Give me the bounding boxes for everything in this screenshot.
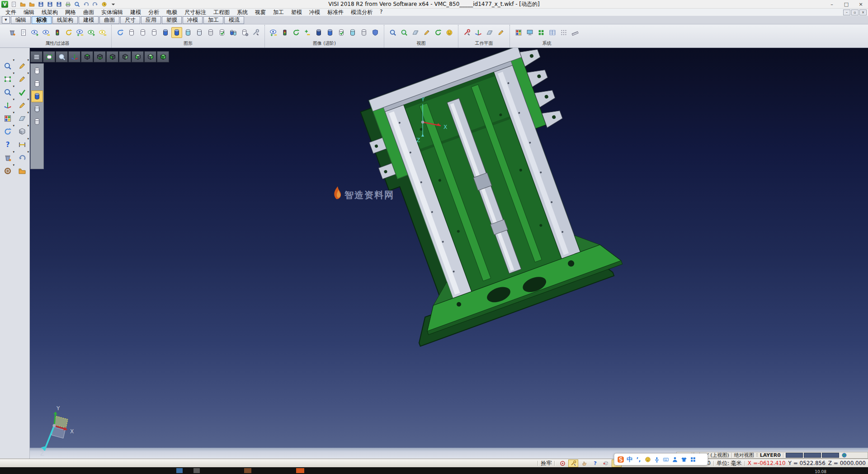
show-all-icon[interactable] bbox=[86, 27, 97, 38]
menu-item[interactable]: ? bbox=[376, 9, 386, 16]
lock-label[interactable]: 拴牢 bbox=[541, 460, 552, 467]
hidden-line-icon[interactable] bbox=[137, 27, 148, 38]
color-swatch-3[interactable] bbox=[822, 453, 839, 458]
blank-view-icon[interactable] bbox=[601, 460, 611, 467]
advanced-lights-icon[interactable] bbox=[279, 27, 290, 38]
ime-mode-zh[interactable]: 中 bbox=[626, 455, 633, 465]
toolbar-tab[interactable]: 线架构 bbox=[52, 16, 78, 24]
zoom-dynamic-icon[interactable] bbox=[1, 86, 14, 98]
history-icon[interactable] bbox=[100, 0, 108, 8]
help-icon[interactable] bbox=[1, 138, 14, 151]
toolbar-tab[interactable]: 标准 bbox=[32, 16, 52, 24]
quickbar-more-icon[interactable] bbox=[109, 0, 118, 8]
mdi-minimize-button[interactable]: – bbox=[843, 9, 850, 15]
system-grid-icon[interactable] bbox=[558, 27, 569, 38]
mdi-close-button[interactable]: × bbox=[859, 9, 867, 15]
delete-icon[interactable] bbox=[1, 152, 14, 164]
ime-skin-icon[interactable] bbox=[671, 455, 679, 465]
zoom-window-icon[interactable] bbox=[56, 51, 68, 62]
viewport-canvas[interactable]: Y X Z 智造资料网 bbox=[30, 48, 868, 459]
zoom-select-icon[interactable] bbox=[1, 60, 14, 72]
taskbar-app-icon[interactable] bbox=[176, 468, 183, 473]
annotate-view-icon[interactable] bbox=[421, 27, 432, 38]
shade-wire-icon[interactable] bbox=[31, 65, 43, 77]
shade-flat-icon[interactable] bbox=[31, 103, 43, 115]
confirm-icon[interactable] bbox=[15, 86, 29, 98]
menu-item[interactable]: 实体编辑 bbox=[98, 9, 127, 16]
mixed-mode-icon[interactable] bbox=[205, 27, 216, 38]
close-button[interactable]: × bbox=[854, 0, 868, 9]
attr-browser-icon[interactable] bbox=[18, 27, 29, 38]
system-colors-icon[interactable] bbox=[513, 27, 524, 38]
toolbar-tab[interactable]: 应用 bbox=[141, 16, 161, 24]
save-all-icon[interactable] bbox=[55, 0, 63, 8]
layer-indicator[interactable]: LAYER0 bbox=[760, 452, 781, 458]
shade-mixed-icon[interactable] bbox=[31, 116, 43, 128]
menu-item[interactable]: 标准件 bbox=[324, 9, 347, 16]
preview-icon[interactable] bbox=[73, 0, 81, 8]
move-axes-icon[interactable] bbox=[1, 99, 14, 111]
render-quality-icon[interactable] bbox=[444, 27, 455, 38]
protect-icon[interactable] bbox=[370, 27, 381, 38]
render-shaded-icon[interactable] bbox=[325, 27, 335, 38]
workplane-plane-icon[interactable] bbox=[484, 27, 495, 38]
compare-shade-icon[interactable] bbox=[228, 27, 239, 38]
view-right-icon[interactable] bbox=[144, 51, 156, 62]
mdi-restore-button[interactable]: ▫ bbox=[851, 9, 859, 15]
filter-lights-icon[interactable] bbox=[52, 27, 63, 38]
menu-item[interactable]: 冲模 bbox=[306, 9, 324, 16]
sketch-icon[interactable] bbox=[15, 73, 29, 85]
shade-refresh-icon[interactable] bbox=[115, 27, 126, 38]
menu-item[interactable]: 网格 bbox=[61, 9, 80, 16]
view-plane-icon[interactable] bbox=[410, 27, 421, 38]
toolbar-tab[interactable]: 尺寸 bbox=[120, 16, 140, 24]
panes-icon[interactable] bbox=[15, 112, 29, 124]
navigate-icon[interactable] bbox=[1, 165, 14, 177]
menu-item[interactable]: 视窗 bbox=[251, 9, 269, 16]
shade-hidden-icon[interactable] bbox=[31, 78, 43, 90]
menu-item[interactable]: 模流分析 bbox=[347, 9, 376, 16]
menu-item[interactable]: 加工 bbox=[269, 9, 288, 16]
undo-icon[interactable] bbox=[82, 0, 90, 8]
view-left-icon[interactable] bbox=[132, 51, 144, 62]
shade-solid-icon[interactable] bbox=[31, 90, 43, 102]
config-icon[interactable] bbox=[579, 460, 589, 467]
toolbar-tab[interactable]: 模流 bbox=[224, 16, 244, 24]
menu-item[interactable]: 编辑 bbox=[20, 9, 38, 16]
view-iso-icon[interactable] bbox=[157, 51, 169, 62]
save-icon[interactable] bbox=[37, 0, 45, 8]
view-front-icon[interactable] bbox=[106, 51, 118, 62]
render-dark-icon[interactable] bbox=[313, 27, 324, 38]
analysis-mode-icon[interactable] bbox=[217, 27, 227, 38]
workplane-tools-icon[interactable] bbox=[462, 27, 472, 38]
advanced-refresh-icon[interactable] bbox=[291, 27, 302, 38]
regen-icon[interactable] bbox=[1, 125, 14, 137]
dynamic-view-icon[interactable] bbox=[68, 51, 80, 62]
zoom-window-icon[interactable] bbox=[399, 27, 410, 38]
filter-refresh-icon[interactable] bbox=[63, 27, 74, 38]
advanced-toggle-icon[interactable] bbox=[302, 27, 313, 38]
fit-view-icon[interactable] bbox=[1, 73, 14, 85]
system-units-icon[interactable] bbox=[570, 27, 580, 38]
measure-icon[interactable] bbox=[15, 138, 29, 151]
menu-item[interactable]: 尺寸标注 bbox=[181, 9, 210, 16]
toolbar-tab[interactable]: 塑膜 bbox=[162, 16, 182, 24]
maximize-button[interactable]: □ bbox=[839, 0, 854, 9]
system-display-icon[interactable] bbox=[524, 27, 535, 38]
toolbar-tab[interactable]: 冲模 bbox=[183, 16, 203, 24]
redo-icon[interactable] bbox=[91, 0, 99, 8]
menu-item[interactable]: 分析 bbox=[145, 9, 163, 16]
shaded-edges-icon[interactable] bbox=[171, 27, 182, 38]
print-icon[interactable] bbox=[64, 0, 72, 8]
menu-item[interactable]: 建模 bbox=[127, 9, 145, 16]
shaded-mode-icon[interactable] bbox=[160, 27, 171, 38]
hide-all-icon[interactable] bbox=[97, 27, 108, 38]
refresh-view-icon[interactable] bbox=[433, 27, 443, 38]
menu-item[interactable]: 工程图 bbox=[210, 9, 233, 16]
transparent-mode-icon[interactable] bbox=[183, 27, 193, 38]
grid-snap-icon[interactable] bbox=[557, 460, 567, 467]
render-wire-icon[interactable] bbox=[359, 27, 369, 38]
minimize-button[interactable]: – bbox=[825, 0, 839, 9]
new-file-icon[interactable] bbox=[9, 0, 18, 8]
undo-icon[interactable] bbox=[15, 152, 29, 164]
